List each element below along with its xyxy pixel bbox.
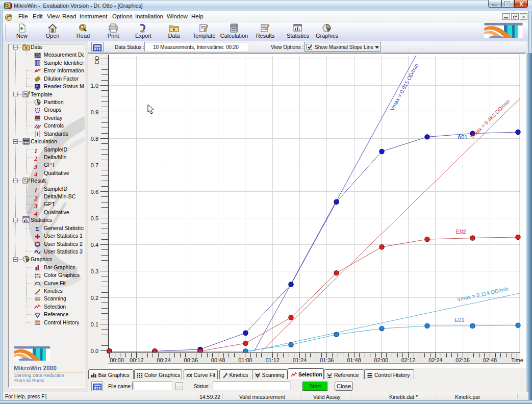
svg-text:0.6: 0.6 [91, 189, 98, 195]
svg-text:00:24: 00:24 [157, 357, 171, 363]
svg-text:0.4: 0.4 [91, 242, 98, 248]
svg-text:01:12: 01:12 [265, 357, 280, 363]
svg-text:E01: E01 [454, 317, 465, 323]
svg-text:0.8: 0.8 [91, 136, 98, 142]
svg-text:02:00: 02:00 [374, 357, 389, 363]
svg-text:0.1: 0.1 [91, 321, 98, 327]
svg-text:01:48: 01:48 [347, 357, 361, 363]
svg-text:0.2: 0.2 [91, 295, 98, 301]
svg-text:0.5: 0.5 [91, 215, 98, 221]
svg-text:0.3: 0.3 [91, 268, 98, 274]
svg-text:OD: OD [94, 56, 100, 65]
svg-text:00:48: 00:48 [211, 357, 225, 363]
svg-text:02:36: 02:36 [455, 357, 470, 363]
svg-text:Time: Time [511, 357, 523, 363]
svg-text:01:24: 01:24 [293, 357, 307, 363]
svg-text:02:12: 02:12 [401, 357, 416, 363]
svg-text:02:24: 02:24 [428, 357, 443, 363]
svg-text:00:00: 00:00 [110, 357, 124, 363]
svg-text:00:12: 00:12 [130, 357, 144, 363]
svg-text:Σ: Σ [35, 225, 40, 232]
svg-text:02:48: 02:48 [483, 357, 497, 363]
svg-text:0.7: 0.7 [91, 162, 98, 168]
svg-text:0.9: 0.9 [91, 109, 98, 115]
svg-text:01:36: 01:36 [320, 357, 334, 363]
svg-text:0.0: 0.0 [91, 348, 98, 354]
svg-text:00:36: 00:36 [184, 357, 198, 363]
svg-text:E02: E02 [456, 229, 466, 235]
svg-text:01:00: 01:00 [238, 357, 252, 363]
svg-text:A01: A01 [458, 134, 468, 140]
svg-text:1.0: 1.0 [91, 83, 98, 89]
